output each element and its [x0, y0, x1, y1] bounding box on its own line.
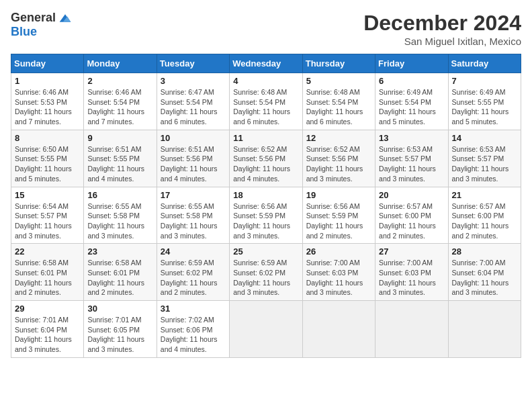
day-info: Sunrise: 7:00 AMSunset: 6:03 PMDaylight:…	[379, 258, 444, 298]
day-info: Sunrise: 6:54 AMSunset: 5:57 PMDaylight:…	[15, 201, 80, 241]
day-number: 17	[161, 190, 226, 200]
empty-cell	[302, 301, 375, 358]
day-info: Sunrise: 6:59 AMSunset: 6:02 PMDaylight:…	[161, 258, 226, 298]
table-row: 22Sunrise: 6:58 AMSunset: 6:01 PMDayligh…	[11, 244, 521, 301]
day-cell: 15Sunrise: 6:54 AMSunset: 5:57 PMDayligh…	[11, 187, 84, 244]
calendar-table: SundayMondayTuesdayWednesdayThursdayFrid…	[11, 54, 521, 358]
day-info: Sunrise: 7:01 AMSunset: 6:04 PMDaylight:…	[15, 315, 80, 355]
day-number: 2	[87, 76, 152, 86]
day-number: 30	[87, 304, 152, 314]
day-cell: 28Sunrise: 7:00 AMSunset: 6:04 PMDayligh…	[448, 244, 521, 301]
col-wednesday: Wednesday	[230, 54, 302, 73]
day-cell: 17Sunrise: 6:55 AMSunset: 5:58 PMDayligh…	[157, 187, 229, 244]
day-number: 8	[15, 133, 80, 143]
day-number: 18	[233, 190, 298, 200]
day-info: Sunrise: 6:49 AMSunset: 5:54 PMDaylight:…	[379, 87, 444, 127]
day-number: 12	[306, 133, 371, 143]
day-cell: 27Sunrise: 7:00 AMSunset: 6:03 PMDayligh…	[375, 244, 448, 301]
page-header: General Blue December 2024 San Miguel Ix…	[11, 11, 521, 47]
col-saturday: Saturday	[448, 54, 521, 73]
day-cell: 10Sunrise: 6:51 AMSunset: 5:56 PMDayligh…	[157, 130, 229, 187]
month-title: December 2024	[363, 11, 521, 36]
location: San Miguel Ixitlan, Mexico	[363, 36, 521, 47]
day-number: 11	[233, 133, 298, 143]
day-cell: 6Sunrise: 6:49 AMSunset: 5:54 PMDaylight…	[375, 73, 448, 130]
day-info: Sunrise: 6:48 AMSunset: 5:54 PMDaylight:…	[306, 87, 371, 127]
day-cell: 11Sunrise: 6:52 AMSunset: 5:56 PMDayligh…	[230, 130, 302, 187]
day-cell: 3Sunrise: 6:47 AMSunset: 5:54 PMDaylight…	[157, 73, 229, 130]
day-info: Sunrise: 6:50 AMSunset: 5:55 PMDaylight:…	[15, 144, 80, 184]
day-number: 21	[452, 190, 517, 200]
day-number: 7	[452, 76, 517, 86]
table-row: 1Sunrise: 6:46 AMSunset: 5:53 PMDaylight…	[11, 73, 521, 130]
day-info: Sunrise: 6:52 AMSunset: 5:56 PMDaylight:…	[233, 144, 298, 184]
day-info: Sunrise: 6:48 AMSunset: 5:54 PMDaylight:…	[233, 87, 298, 127]
day-info: Sunrise: 6:55 AMSunset: 5:58 PMDaylight:…	[161, 201, 226, 241]
day-number: 26	[306, 246, 371, 257]
day-cell: 29Sunrise: 7:01 AMSunset: 6:04 PMDayligh…	[11, 301, 84, 358]
day-info: Sunrise: 6:58 AMSunset: 6:01 PMDaylight:…	[87, 258, 152, 298]
day-number: 5	[306, 76, 371, 86]
col-thursday: Thursday	[302, 54, 375, 73]
empty-cell	[230, 301, 302, 358]
day-cell: 12Sunrise: 6:52 AMSunset: 5:56 PMDayligh…	[302, 130, 375, 187]
day-cell: 1Sunrise: 6:46 AMSunset: 5:53 PMDaylight…	[11, 73, 84, 130]
day-info: Sunrise: 6:47 AMSunset: 5:54 PMDaylight:…	[161, 87, 226, 127]
day-cell: 26Sunrise: 7:00 AMSunset: 6:03 PMDayligh…	[302, 244, 375, 301]
day-info: Sunrise: 7:00 AMSunset: 6:03 PMDaylight:…	[306, 258, 371, 298]
day-cell: 19Sunrise: 6:56 AMSunset: 5:59 PMDayligh…	[302, 187, 375, 244]
day-number: 29	[15, 304, 80, 314]
day-cell: 31Sunrise: 7:02 AMSunset: 6:06 PMDayligh…	[157, 301, 229, 358]
day-info: Sunrise: 6:59 AMSunset: 6:02 PMDaylight:…	[233, 258, 298, 298]
day-cell: 7Sunrise: 6:49 AMSunset: 5:55 PMDaylight…	[448, 73, 521, 130]
day-number: 13	[379, 133, 444, 143]
day-number: 4	[233, 76, 298, 86]
title-block: December 2024 San Miguel Ixitlan, Mexico	[363, 11, 521, 47]
day-cell: 9Sunrise: 6:51 AMSunset: 5:55 PMDaylight…	[84, 130, 157, 187]
day-cell: 30Sunrise: 7:01 AMSunset: 6:05 PMDayligh…	[84, 301, 157, 358]
day-number: 16	[87, 190, 152, 200]
day-cell: 4Sunrise: 6:48 AMSunset: 5:54 PMDaylight…	[230, 73, 302, 130]
day-cell: 8Sunrise: 6:50 AMSunset: 5:55 PMDaylight…	[11, 130, 84, 187]
day-info: Sunrise: 6:51 AMSunset: 5:56 PMDaylight:…	[161, 144, 226, 184]
day-info: Sunrise: 6:58 AMSunset: 6:01 PMDaylight:…	[15, 258, 80, 298]
empty-cell	[448, 301, 521, 358]
day-info: Sunrise: 6:56 AMSunset: 5:59 PMDaylight:…	[233, 201, 298, 241]
day-number: 28	[452, 246, 517, 257]
col-friday: Friday	[375, 54, 448, 73]
day-number: 24	[161, 246, 226, 257]
day-cell: 18Sunrise: 6:56 AMSunset: 5:59 PMDayligh…	[230, 187, 302, 244]
day-number: 31	[161, 304, 226, 314]
day-cell: 14Sunrise: 6:53 AMSunset: 5:57 PMDayligh…	[448, 130, 521, 187]
day-number: 9	[87, 133, 152, 143]
day-info: Sunrise: 6:53 AMSunset: 5:57 PMDaylight:…	[452, 144, 517, 184]
day-info: Sunrise: 6:56 AMSunset: 5:59 PMDaylight:…	[306, 201, 371, 241]
day-number: 22	[15, 246, 80, 257]
day-cell: 20Sunrise: 6:57 AMSunset: 6:00 PMDayligh…	[375, 187, 448, 244]
day-number: 27	[379, 246, 444, 257]
col-tuesday: Tuesday	[157, 54, 229, 73]
day-cell: 16Sunrise: 6:55 AMSunset: 5:58 PMDayligh…	[84, 187, 157, 244]
logo-general: General	[11, 11, 56, 25]
calendar-header-row: SundayMondayTuesdayWednesdayThursdayFrid…	[11, 54, 521, 73]
logo-blue: Blue	[11, 25, 37, 39]
day-info: Sunrise: 6:57 AMSunset: 6:00 PMDaylight:…	[452, 201, 517, 241]
day-cell: 5Sunrise: 6:48 AMSunset: 5:54 PMDaylight…	[302, 73, 375, 130]
table-row: 29Sunrise: 7:01 AMSunset: 6:04 PMDayligh…	[11, 301, 521, 358]
day-cell: 13Sunrise: 6:53 AMSunset: 5:57 PMDayligh…	[375, 130, 448, 187]
col-sunday: Sunday	[11, 54, 84, 73]
day-info: Sunrise: 7:01 AMSunset: 6:05 PMDaylight:…	[87, 315, 152, 355]
day-info: Sunrise: 6:52 AMSunset: 5:56 PMDaylight:…	[306, 144, 371, 184]
day-number: 23	[87, 246, 152, 257]
day-number: 14	[452, 133, 517, 143]
logo: General Blue	[11, 11, 72, 39]
day-number: 3	[161, 76, 226, 86]
day-cell: 22Sunrise: 6:58 AMSunset: 6:01 PMDayligh…	[11, 244, 84, 301]
day-info: Sunrise: 6:46 AMSunset: 5:53 PMDaylight:…	[15, 87, 80, 127]
day-info: Sunrise: 6:49 AMSunset: 5:55 PMDaylight:…	[452, 87, 517, 127]
day-cell: 24Sunrise: 6:59 AMSunset: 6:02 PMDayligh…	[157, 244, 229, 301]
day-number: 20	[379, 190, 444, 200]
day-number: 6	[379, 76, 444, 86]
day-info: Sunrise: 6:55 AMSunset: 5:58 PMDaylight:…	[87, 201, 152, 241]
day-info: Sunrise: 6:51 AMSunset: 5:55 PMDaylight:…	[87, 144, 152, 184]
